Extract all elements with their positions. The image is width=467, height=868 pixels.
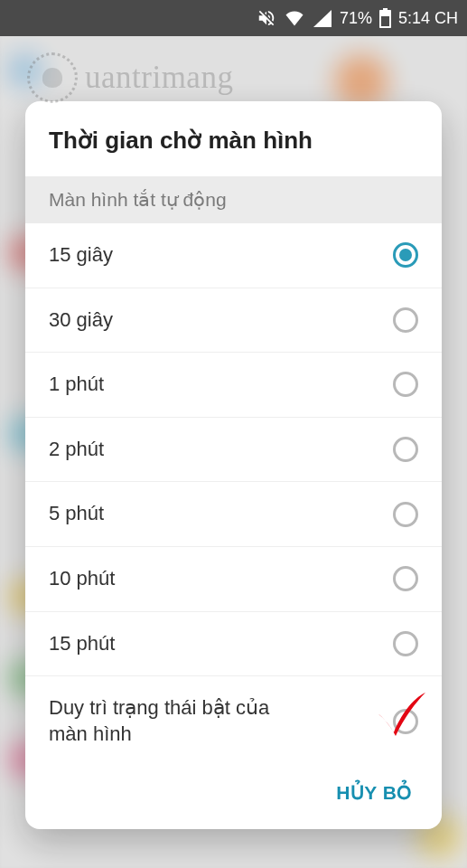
option-label: 10 phút <box>49 566 393 592</box>
radio-icon <box>393 566 418 591</box>
radio-icon <box>393 372 418 397</box>
radio-icon <box>393 242 418 268</box>
option-1m[interactable]: 1 phút <box>25 353 442 418</box>
status-bar: 71% 5:14 CH <box>0 0 467 36</box>
screen-timeout-dialog: Thời gian chờ màn hình Màn hình tắt tự đ… <box>25 101 442 829</box>
option-5m[interactable]: 5 phút <box>25 482 442 547</box>
option-15m[interactable]: 15 phút <box>25 612 442 677</box>
section-header: Màn hình tắt tự động <box>25 176 442 223</box>
clock-text: 5:14 CH <box>398 9 458 28</box>
option-label: 15 giây <box>49 242 393 269</box>
dialog-actions: HỦY BỎ <box>25 766 442 829</box>
radio-icon <box>393 307 418 333</box>
battery-percentage: 71% <box>340 9 372 28</box>
option-label: 15 phút <box>49 631 393 657</box>
mute-icon <box>257 8 276 28</box>
radio-icon <box>393 631 418 656</box>
radio-icon <box>393 437 418 462</box>
options-list: 15 giây 30 giây 1 phút 2 phút 5 phút 10 … <box>25 223 442 766</box>
dialog-title: Thời gian chờ màn hình <box>25 101 442 176</box>
option-label: 1 phút <box>49 372 393 398</box>
radio-icon <box>393 502 418 527</box>
radio-icon <box>393 709 418 734</box>
option-label: Duy trì trạng thái bật của màn hình <box>49 695 329 747</box>
option-2m[interactable]: 2 phút <box>25 418 442 483</box>
option-15s[interactable]: 15 giây <box>25 223 442 288</box>
option-label: 5 phút <box>49 501 393 527</box>
option-label: 30 giây <box>49 307 393 334</box>
option-keep-on[interactable]: Duy trì trạng thái bật của màn hình <box>25 676 442 766</box>
cancel-button[interactable]: HỦY BỎ <box>331 775 418 811</box>
option-label: 2 phút <box>49 437 393 463</box>
signal-icon <box>313 9 332 27</box>
option-10m[interactable]: 10 phút <box>25 547 442 612</box>
wifi-icon <box>284 9 305 27</box>
battery-icon <box>379 8 391 28</box>
option-30s[interactable]: 30 giây <box>25 288 442 354</box>
